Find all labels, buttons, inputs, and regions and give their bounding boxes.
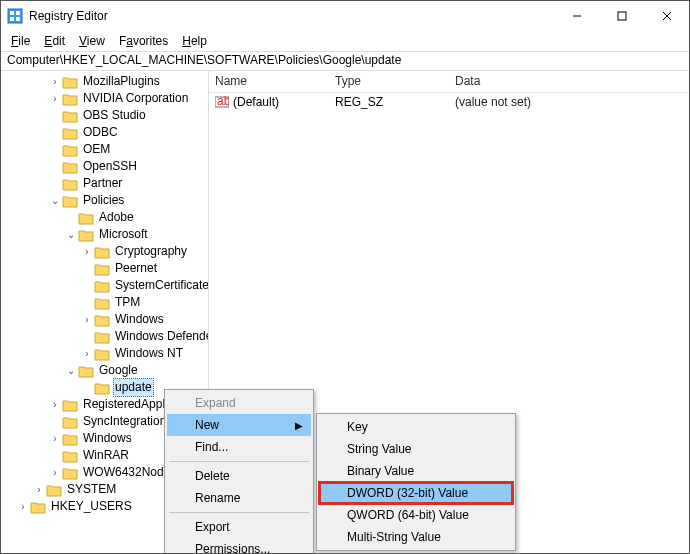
tree-item-label: Policies bbox=[81, 192, 126, 209]
expand-icon[interactable]: › bbox=[49, 430, 61, 447]
ctx-expand[interactable]: Expand bbox=[167, 392, 311, 414]
svg-rect-4 bbox=[16, 17, 20, 21]
expand-icon[interactable]: › bbox=[49, 464, 61, 481]
submenu-string[interactable]: String Value bbox=[319, 438, 513, 460]
ctx-rename[interactable]: Rename bbox=[167, 487, 311, 509]
expand-icon[interactable]: › bbox=[81, 345, 93, 362]
submenu-arrow-icon: ▶ bbox=[295, 420, 303, 431]
tree-item-label: OBS Studio bbox=[81, 107, 148, 124]
expand-icon[interactable]: › bbox=[17, 498, 29, 515]
folder-icon bbox=[62, 75, 78, 89]
expand-icon[interactable]: › bbox=[81, 311, 93, 328]
tree-item-label: SystemCertificates bbox=[113, 277, 209, 294]
folder-icon bbox=[94, 347, 110, 361]
folder-icon bbox=[78, 211, 94, 225]
folder-icon bbox=[62, 432, 78, 446]
folder-icon bbox=[94, 313, 110, 327]
address-bar[interactable]: Computer\HKEY_LOCAL_MACHINE\SOFTWARE\Pol… bbox=[1, 51, 689, 71]
submenu-multi[interactable]: Multi-String Value bbox=[319, 526, 513, 548]
tree-item-label: Windows Defender bbox=[113, 328, 209, 345]
svg-text:ab: ab bbox=[217, 95, 229, 108]
folder-icon bbox=[94, 245, 110, 259]
collapse-icon[interactable]: ⌄ bbox=[49, 192, 61, 209]
folder-icon bbox=[62, 109, 78, 123]
svg-rect-2 bbox=[16, 11, 20, 15]
tree-item-partner[interactable]: Partner bbox=[1, 175, 208, 192]
collapse-icon[interactable]: ⌄ bbox=[65, 362, 77, 379]
tree-item-peernet[interactable]: Peernet bbox=[1, 260, 208, 277]
tree-item-label: OpenSSH bbox=[81, 158, 139, 175]
menu-file[interactable]: File bbox=[5, 32, 36, 50]
ctx-permissions[interactable]: Permissions... bbox=[167, 538, 311, 554]
tree-item-systemcertificates[interactable]: SystemCertificates bbox=[1, 277, 208, 294]
tree-item-adobe[interactable]: Adobe bbox=[1, 209, 208, 226]
folder-icon bbox=[62, 398, 78, 412]
tree-item-tpm[interactable]: TPM bbox=[1, 294, 208, 311]
ctx-find[interactable]: Find... bbox=[167, 436, 311, 458]
tree-item-nvidia-corporation[interactable]: ›NVIDIA Corporation bbox=[1, 90, 208, 107]
col-data[interactable]: Data bbox=[449, 71, 689, 92]
menu-favorites[interactable]: Favorites bbox=[113, 32, 174, 50]
folder-icon bbox=[78, 364, 94, 378]
tree-item-label: Partner bbox=[81, 175, 124, 192]
tree-item-windows[interactable]: ›Windows bbox=[1, 311, 208, 328]
col-type[interactable]: Type bbox=[329, 71, 449, 92]
maximize-button[interactable] bbox=[599, 1, 644, 31]
submenu-key[interactable]: Key bbox=[319, 416, 513, 438]
titlebar: Registry Editor bbox=[1, 1, 689, 31]
submenu-binary[interactable]: Binary Value bbox=[319, 460, 513, 482]
tree-item-microsoft[interactable]: ⌄Microsoft bbox=[1, 226, 208, 243]
tree-item-odbc[interactable]: ODBC bbox=[1, 124, 208, 141]
folder-icon bbox=[46, 483, 62, 497]
submenu-dword[interactable]: DWORD (32-bit) Value bbox=[319, 482, 513, 504]
submenu-qword[interactable]: QWORD (64-bit) Value bbox=[319, 504, 513, 526]
list-row[interactable]: ab (Default) REG_SZ (value not set) bbox=[209, 93, 689, 111]
value-type: REG_SZ bbox=[329, 95, 449, 109]
ctx-new[interactable]: New▶ bbox=[167, 414, 311, 436]
tree-item-label: Windows NT bbox=[113, 345, 185, 362]
tree-item-mozillaplugins[interactable]: ›MozillaPlugins bbox=[1, 73, 208, 90]
ctx-export[interactable]: Export bbox=[167, 516, 311, 538]
expand-icon[interactable]: › bbox=[49, 90, 61, 107]
folder-icon bbox=[30, 500, 46, 514]
close-button[interactable] bbox=[644, 1, 689, 31]
expand-icon[interactable]: › bbox=[81, 243, 93, 260]
menu-help[interactable]: Help bbox=[176, 32, 213, 50]
col-name[interactable]: Name bbox=[209, 71, 329, 92]
tree-item-oem[interactable]: OEM bbox=[1, 141, 208, 158]
tree-item-label: Windows bbox=[113, 311, 166, 328]
svg-rect-6 bbox=[618, 12, 626, 20]
ctx-delete[interactable]: Delete bbox=[167, 465, 311, 487]
expand-icon[interactable]: › bbox=[49, 73, 61, 90]
svg-rect-1 bbox=[10, 11, 14, 15]
string-value-icon: ab bbox=[215, 95, 229, 109]
menu-edit[interactable]: Edit bbox=[38, 32, 71, 50]
tree-item-label: WOW6432Node bbox=[81, 464, 172, 481]
menu-view[interactable]: View bbox=[73, 32, 111, 50]
context-menu: Expand New▶ Find... Delete Rename Export… bbox=[164, 389, 314, 554]
address-text: Computer\HKEY_LOCAL_MACHINE\SOFTWARE\Pol… bbox=[7, 53, 401, 67]
tree-item-obs-studio[interactable]: OBS Studio bbox=[1, 107, 208, 124]
folder-icon bbox=[62, 92, 78, 106]
tree-item-windows-defender[interactable]: Windows Defender bbox=[1, 328, 208, 345]
tree-item-cryptography[interactable]: ›Cryptography bbox=[1, 243, 208, 260]
expand-icon[interactable]: › bbox=[33, 481, 45, 498]
folder-icon bbox=[94, 330, 110, 344]
tree-item-label: TPM bbox=[113, 294, 142, 311]
minimize-button[interactable] bbox=[554, 1, 599, 31]
folder-icon bbox=[94, 296, 110, 310]
tree-item-label: Windows bbox=[81, 430, 134, 447]
expand-icon[interactable]: › bbox=[49, 396, 61, 413]
ctx-separator bbox=[169, 512, 309, 513]
folder-icon bbox=[62, 143, 78, 157]
tree-item-label: HKEY_USERS bbox=[49, 498, 134, 515]
tree-item-label: NVIDIA Corporation bbox=[81, 90, 190, 107]
tree-item-policies[interactable]: ⌄Policies bbox=[1, 192, 208, 209]
tree-item-label: SYSTEM bbox=[65, 481, 118, 498]
tree-item-google[interactable]: ⌄Google bbox=[1, 362, 208, 379]
tree-item-windows-nt[interactable]: ›Windows NT bbox=[1, 345, 208, 362]
collapse-icon[interactable]: ⌄ bbox=[65, 226, 77, 243]
folder-icon bbox=[78, 228, 94, 242]
menubar: File Edit View Favorites Help bbox=[1, 31, 689, 51]
tree-item-openssh[interactable]: OpenSSH bbox=[1, 158, 208, 175]
